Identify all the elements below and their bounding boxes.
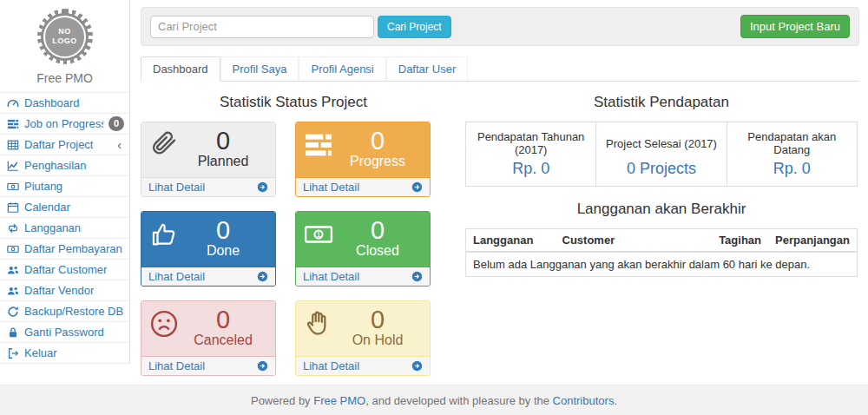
line-chart-icon: [7, 160, 19, 172]
subscription-empty-message: Belum ada Langganan yang akan berakhir d…: [466, 252, 858, 277]
sidebar-item-backup-restore-db[interactable]: Backup/Restore DB: [0, 301, 129, 322]
sidebar-item-piutang[interactable]: Piutang: [0, 176, 129, 197]
svg-text:1: 1: [316, 230, 320, 239]
sidebar-item-job-on-progress[interactable]: Job on Progress 0: [0, 114, 129, 135]
sidebar-item-label: Ganti Password: [24, 326, 104, 339]
gauge-icon: [7, 97, 19, 109]
sidebar-item-label: Job on Progress: [24, 117, 103, 130]
job-count-badge: 0: [108, 116, 124, 130]
card-label: On Hold: [333, 333, 422, 348]
status-card-closed: 1 0 Closed Lihat Detail: [295, 211, 431, 287]
lihat-detail-link-planned[interactable]: Lihat Detail: [141, 177, 275, 196]
footer-text: .: [614, 394, 617, 407]
search-input[interactable]: [150, 16, 374, 38]
sidebar-item-label: Penghasilan: [24, 159, 87, 172]
sidebar-item-calendar[interactable]: Calendar: [0, 197, 129, 218]
search-button[interactable]: Cari Project: [378, 16, 451, 38]
contributors-link[interactable]: Contributors: [553, 394, 615, 407]
hand-icon: [304, 309, 333, 341]
card-count: 0: [179, 306, 267, 333]
logo-badge-line1: NO: [58, 27, 71, 36]
sidebar-item-keluar[interactable]: Keluar: [0, 343, 129, 364]
income-col-value: Rp. 0: [727, 158, 857, 187]
footer-text: Powered by: [251, 394, 313, 407]
tab-dashboard[interactable]: Dashboard: [141, 56, 220, 82]
lihat-detail-label: Lihat Detail: [148, 181, 205, 194]
subscription-col-header: Langganan: [466, 229, 556, 253]
sign-out-icon: [7, 347, 19, 359]
sidebar-item-penghasilan[interactable]: Penghasilan: [0, 155, 129, 176]
free-pmo-link[interactable]: Free PMO: [313, 394, 365, 407]
lihat-detail-label: Lihat Detail: [148, 270, 205, 283]
lihat-detail-link-closed[interactable]: Lihat Detail: [296, 267, 430, 286]
lihat-detail-link-done[interactable]: Lihat Detail: [141, 267, 275, 286]
status-card-canceled: 0 Canceled Lihat Detail: [141, 300, 276, 376]
retweet-icon: [7, 222, 19, 234]
lihat-detail-label: Lihat Detail: [303, 270, 359, 283]
logo-badge-line2: LOGO: [52, 36, 77, 46]
card-label: Canceled: [179, 333, 267, 348]
tab-profil-saya[interactable]: Profil Saya: [220, 56, 299, 81]
sidebar-item-ganti-password[interactable]: Ganti Password: [0, 322, 129, 343]
search-bar-panel: Cari Project Input Project Baru: [141, 7, 859, 46]
status-card-done: 0 Done Lihat Detail: [141, 211, 276, 287]
no-logo-badge: NO LOGO: [37, 9, 93, 64]
sidebar-item-daftar-customer[interactable]: Daftar Customer: [0, 260, 129, 280]
income-section: Statistik Pendapatan Pendapatan Tahunan …: [446, 87, 859, 376]
lihat-detail-label: Lihat Detail: [303, 359, 359, 372]
sidebar: NO LOGO Free PMO Dashboard Job on Progre…: [0, 0, 130, 364]
footer-text: , and developed with pleasure by the: [365, 394, 552, 407]
lock-icon: [7, 326, 19, 339]
arrow-circle-right-icon: [257, 181, 268, 193]
main-content: Cari Project Input Project Baru Dashboar…: [130, 0, 868, 376]
sidebar-item-label: Backup/Restore DB: [24, 305, 123, 318]
subscription-col-header: Tagihan: [712, 229, 768, 253]
tasks-icon: [304, 130, 333, 162]
lihat-detail-link-on-hold[interactable]: Lihat Detail: [296, 356, 430, 375]
income-col-value: Rp. 0: [466, 158, 596, 187]
sidebar-item-label: Daftar Project: [24, 138, 93, 151]
lihat-detail-link-progress[interactable]: Lihat Detail: [296, 177, 430, 196]
app-name: Free PMO: [0, 71, 129, 85]
sidebar-menu: Dashboard Job on Progress 0 Daftar Proje…: [0, 92, 129, 364]
sidebar-item-daftar-project[interactable]: Daftar Project ‹: [0, 135, 129, 155]
card-label: Done: [179, 243, 267, 259]
status-card-on-hold: 0 On Hold Lihat Detail: [295, 300, 431, 376]
sidebar-item-label: Dashboard: [24, 96, 80, 109]
lihat-detail-link-canceled[interactable]: Lihat Detail: [141, 356, 275, 375]
sidebar-item-label: Daftar Vendor: [24, 284, 94, 297]
subscription-col-header: Perpanjangan: [768, 229, 857, 253]
arrow-circle-right-icon: [411, 360, 423, 372]
status-section: Statistik Status Project 0 Planned Lihat…: [141, 87, 446, 376]
arrow-circle-right-icon: [411, 181, 423, 193]
card-count: 0: [333, 217, 422, 243]
income-table: Pendapatan Tahunan (2017) Project Selesa…: [465, 122, 858, 187]
lihat-detail-label: Lihat Detail: [303, 181, 359, 194]
lihat-detail-label: Lihat Detail: [148, 359, 205, 372]
tasks-icon: [7, 118, 19, 130]
users-icon: [7, 264, 19, 276]
card-count: 0: [333, 306, 422, 333]
thumbs-up-icon: [149, 220, 179, 252]
frown-icon: [149, 309, 179, 341]
card-label: Progress: [333, 154, 422, 169]
tab-profil-agensi[interactable]: Profil Agensi: [299, 56, 385, 81]
chevron-left-icon: ‹: [117, 139, 124, 151]
sidebar-item-dashboard[interactable]: Dashboard: [0, 93, 129, 114]
status-card-progress: 0 Progress Lihat Detail: [295, 122, 431, 197]
sidebar-item-label: Keluar: [24, 346, 57, 359]
refresh-icon: [7, 306, 19, 318]
arrow-circle-right-icon: [411, 271, 423, 282]
sidebar-item-label: Piutang: [24, 180, 62, 193]
sidebar-item-langganan[interactable]: Langganan: [0, 218, 129, 239]
banknote-icon: 1: [304, 220, 333, 252]
sidebar-item-label: Langganan: [24, 221, 81, 234]
card-label: Planned: [179, 154, 267, 169]
subscription-table: Langganan Customer Tagihan Perpanjangan …: [465, 228, 858, 277]
sidebar-item-daftar-pembayaran[interactable]: Daftar Pembayaran: [0, 239, 129, 260]
sidebar-item-daftar-vendor[interactable]: Daftar Vendor: [0, 280, 129, 301]
arrow-circle-right-icon: [257, 271, 268, 282]
input-project-baru-button[interactable]: Input Project Baru: [740, 15, 850, 38]
tab-daftar-user[interactable]: Daftar User: [386, 56, 468, 81]
card-count: 0: [179, 217, 267, 243]
